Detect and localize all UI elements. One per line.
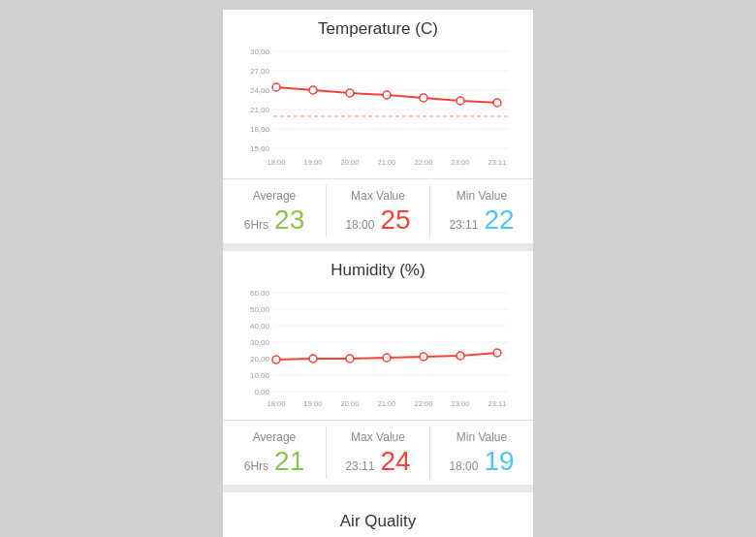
temperature-stats: Average 6Hrs 23 Max Value 18:00 25 Min V… xyxy=(223,178,533,243)
svg-point-20 xyxy=(272,83,280,91)
humidity-min-cell: Min Value 18:00 19 xyxy=(430,426,533,479)
svg-text:50,00: 50,00 xyxy=(250,305,270,314)
svg-text:20:00: 20:00 xyxy=(341,399,360,408)
svg-point-48 xyxy=(272,356,280,363)
svg-text:22:00: 22:00 xyxy=(415,399,433,408)
svg-text:23:00: 23:00 xyxy=(452,158,470,167)
air-quality-title: Air Quality xyxy=(223,502,533,535)
svg-point-24 xyxy=(420,94,427,102)
humidity-section: Humidity (%) 60,00 50,00 40,00 30,00 20,… xyxy=(223,251,533,485)
humidity-min-sublabel: 18:00 xyxy=(449,459,478,473)
temperature-min-value: 22 xyxy=(484,206,514,234)
svg-point-49 xyxy=(309,355,317,363)
svg-text:60,00: 60,00 xyxy=(250,289,270,298)
svg-point-25 xyxy=(457,97,464,105)
svg-text:24,00: 24,00 xyxy=(250,86,270,95)
svg-text:20:00: 20:00 xyxy=(341,158,360,167)
svg-text:21:00: 21:00 xyxy=(378,399,396,408)
temperature-max-label: Max Value xyxy=(331,189,425,203)
air-quality-section: Air Quality 😊 xyxy=(223,492,533,537)
temperature-title: Temperature (C) xyxy=(223,10,533,43)
humidity-max-label: Max Value xyxy=(331,430,425,444)
humidity-min-label: Min Value xyxy=(434,430,529,444)
svg-point-52 xyxy=(420,353,427,361)
temperature-min-label: Min Value xyxy=(434,189,529,203)
svg-text:18:00: 18:00 xyxy=(268,158,286,167)
humidity-chart: 60,00 50,00 40,00 30,00 20,00 10,00 0,00… xyxy=(223,284,533,420)
svg-point-22 xyxy=(346,89,354,97)
svg-text:15,00: 15,00 xyxy=(250,144,270,153)
svg-text:27,00: 27,00 xyxy=(250,67,270,76)
svg-text:18,00: 18,00 xyxy=(250,125,270,134)
humidity-min-value: 19 xyxy=(484,448,514,475)
humidity-average-label: Average xyxy=(227,430,322,444)
temperature-average-sublabel: 6Hrs xyxy=(244,218,268,232)
temperature-chart: 30,00 27,00 24,00 21,00 18,00 15,00 18:0… xyxy=(223,43,533,178)
temperature-max-sublabel: 18:00 xyxy=(345,218,374,232)
svg-point-54 xyxy=(493,349,501,357)
temperature-average-cell: Average 6Hrs 23 xyxy=(223,185,327,237)
phone-container: Temperature (C) 30,00 27,00 24,00 21,00 … xyxy=(223,10,533,537)
svg-text:23:11: 23:11 xyxy=(488,399,507,408)
svg-point-51 xyxy=(383,354,391,362)
svg-text:20,00: 20,00 xyxy=(250,355,270,363)
humidity-average-value: 21 xyxy=(274,448,304,475)
humidity-title: Humidity (%) xyxy=(223,251,533,284)
temperature-section: Temperature (C) 30,00 27,00 24,00 21,00 … xyxy=(223,10,533,243)
humidity-max-sublabel: 23:11 xyxy=(345,459,374,473)
svg-point-50 xyxy=(346,355,354,363)
humidity-max-cell: Max Value 23:11 24 xyxy=(327,426,430,479)
humidity-svg: 60,00 50,00 40,00 30,00 20,00 10,00 0,00… xyxy=(233,288,523,414)
svg-text:19:00: 19:00 xyxy=(304,399,323,408)
temperature-min-sublabel: 23:11 xyxy=(449,218,478,232)
temperature-svg: 30,00 27,00 24,00 21,00 18,00 15,00 18:0… xyxy=(233,47,523,173)
svg-text:21,00: 21,00 xyxy=(250,106,270,114)
svg-text:0,00: 0,00 xyxy=(254,388,269,396)
svg-point-26 xyxy=(493,99,501,107)
svg-text:30,00: 30,00 xyxy=(250,47,270,56)
svg-text:10,00: 10,00 xyxy=(250,371,270,380)
temperature-min-cell: Min Value 23:11 22 xyxy=(430,185,533,237)
humidity-average-sublabel: 6Hrs xyxy=(244,459,268,473)
svg-text:40,00: 40,00 xyxy=(250,322,270,331)
temperature-max-cell: Max Value 18:00 25 xyxy=(327,185,430,237)
svg-point-53 xyxy=(457,352,464,360)
svg-text:18:00: 18:00 xyxy=(268,399,286,408)
svg-text:23:00: 23:00 xyxy=(452,399,470,408)
svg-text:21:00: 21:00 xyxy=(378,158,396,167)
temperature-max-value: 25 xyxy=(380,206,410,234)
humidity-max-value: 24 xyxy=(380,448,410,475)
humidity-stats: Average 6Hrs 21 Max Value 23:11 24 Min V… xyxy=(223,420,533,485)
svg-point-21 xyxy=(309,86,317,94)
humidity-average-cell: Average 6Hrs 21 xyxy=(223,426,327,479)
temperature-average-value: 23 xyxy=(274,206,304,234)
temperature-average-label: Average xyxy=(227,189,322,203)
svg-text:19:00: 19:00 xyxy=(304,158,323,167)
svg-text:30,00: 30,00 xyxy=(250,338,270,347)
svg-text:23:11: 23:11 xyxy=(488,158,507,167)
svg-point-23 xyxy=(383,91,391,99)
svg-text:22:00: 22:00 xyxy=(415,158,433,167)
